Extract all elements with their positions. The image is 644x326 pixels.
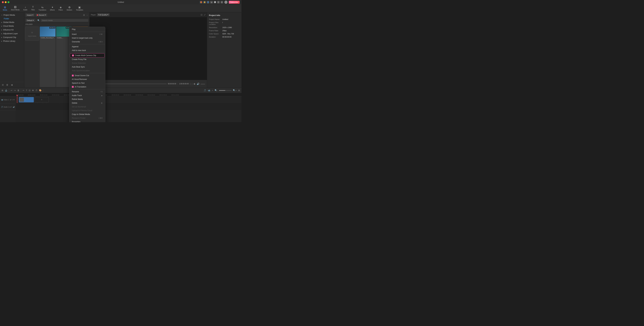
pan-icon[interactable]: ✥ [32, 89, 34, 92]
ctx-auto-beat[interactable]: Auto Beat Sync [69, 65, 105, 69]
audio-label: Audio [23, 9, 27, 11]
avatar[interactable] [224, 1, 228, 4]
stock-icon: 🖼 [14, 6, 16, 9]
search-input[interactable] [41, 19, 88, 22]
notifications-icon[interactable]: 🔔 [203, 1, 206, 3]
toolbar-effects[interactable]: ✦ Effects [48, 5, 56, 11]
color-icon[interactable]: 🎨 [39, 89, 42, 92]
toolbar-stock-media[interactable]: 🖼 Stock Media [9, 5, 21, 11]
track-controls-video[interactable]: ⊕ ✎ 👁 [10, 99, 15, 101]
add-audio-icon[interactable]: 🎵 [203, 89, 206, 92]
message-icon[interactable]: 💬 [214, 1, 216, 3]
text-icon[interactable]: T [26, 89, 28, 92]
grid-icon[interactable]: ⊞ [220, 1, 223, 3]
sidebar-item-adjustment-layer[interactable]: ▶ Adjustment Layer [0, 32, 24, 35]
ctx-insert-target[interactable]: Insert in target track only [69, 36, 105, 40]
sidebar-adjustment-label: Adjustment Layer [3, 32, 18, 35]
ctx-upload-filmora: Upload to Filmora Cloud [69, 109, 105, 112]
sidebar-item-global-media[interactable]: ▶ Global Media [0, 20, 24, 24]
close-button[interactable] [2, 1, 4, 3]
progress-bar[interactable] [105, 84, 167, 84]
add-track-icon[interactable]: + [212, 89, 213, 92]
gift-icon[interactable]: 🎁 [200, 1, 202, 3]
grid-view-icon[interactable]: ⊞ [238, 89, 240, 92]
ctx-properties-label: Properties [72, 121, 80, 122]
ctx-create-multicam[interactable]: ● Create Multi-Camera Clip [70, 53, 104, 57]
collapse-sidebar-icon[interactable]: ◀ [10, 83, 13, 86]
ctx-append[interactable]: Append [69, 45, 105, 48]
cut-icon[interactable]: ✂ [22, 89, 25, 92]
settings-icon[interactable]: ⚙ [217, 1, 220, 3]
link-icon[interactable]: ⚓ [4, 89, 8, 92]
out-point-icon[interactable]: ] [192, 83, 192, 85]
video-clip[interactable]: ... [19, 97, 34, 102]
drop-zone[interactable]: + [34, 97, 49, 102]
ctx-insert[interactable]: Insert ⇧⌘I [69, 32, 105, 36]
speed-icon[interactable]: ⏱ [35, 89, 38, 92]
import-media-placeholder[interactable]: + Import Media [25, 26, 39, 41]
ctx-overwrite[interactable]: Overwrite ⇧⌘O [69, 40, 105, 44]
sidebar-item-folder[interactable]: Folder [0, 17, 24, 20]
filter-icon[interactable]: ⚙ [83, 14, 85, 16]
ctx-play[interactable]: Play [69, 27, 105, 31]
toolbar-transitions[interactable]: ⇆ Transitions [37, 5, 48, 11]
subscribe-button[interactable]: Subscribe [229, 1, 240, 3]
quality-chevron: ▾ [108, 14, 108, 16]
ctx-auto-sync: Auto Synchronization [69, 69, 105, 73]
sidebar-item-photos-library[interactable]: ▶ Photos Library [0, 39, 24, 43]
arrow-icon-2: ▶ [1, 22, 2, 23]
sidebar-item-compound-clip[interactable]: ▶ Compound Clip [0, 35, 24, 39]
ctx-copy-global[interactable]: Copy to Global Media [69, 112, 105, 116]
zoom-out-icon[interactable]: 🔍- [214, 89, 218, 92]
minimize-button[interactable] [5, 1, 6, 3]
redo-icon[interactable]: ↪ [14, 89, 16, 92]
ctx-delete[interactable]: Delete 🗑 [69, 101, 105, 105]
thumb-time-0: 00:00:10 [49, 27, 55, 28]
new-folder-icon[interactable]: ⊞ [1, 83, 4, 86]
ctx-ai-vocal[interactable]: AI Vocal Remover [69, 77, 105, 81]
audio-icon[interactable]: 🔊 [197, 83, 199, 85]
ctx-properties[interactable]: Properties [69, 120, 105, 122]
more-options-icon[interactable]: ··· [86, 14, 88, 16]
toolbar-titles[interactable]: T Titles [30, 5, 36, 11]
toolbar-media[interactable]: ⊞ Media [1, 5, 9, 11]
ctx-create-proxy[interactable]: Create Proxy File [69, 57, 105, 61]
info-row-duration: Duration: 00:00:00:00 [209, 36, 240, 38]
default-view-button[interactable]: Default ▾ [26, 19, 35, 22]
snap-icon[interactable]: ⊞ [1, 89, 4, 92]
sidebar-item-influence-kit[interactable]: ▶ Influence Kit [0, 28, 24, 32]
fullscreen-icon[interactable]: ⤢ [204, 13, 206, 16]
ctx-smart-scene[interactable]: ● Smart Scene Cut [69, 74, 105, 77]
import-button[interactable]: Import ▾ [26, 13, 34, 16]
zoom-in-icon[interactable]: 🔍+ [232, 89, 237, 92]
toolbar-templates[interactable]: ▣ Templates [74, 5, 85, 11]
sidebar-item-cloud-media[interactable]: ▶ Cloud Media [0, 24, 24, 28]
cloud-icon[interactable]: ☁ [210, 1, 213, 3]
add-video-icon[interactable]: 📹 [208, 89, 210, 92]
ctx-rename[interactable]: Rename F2 [69, 90, 105, 94]
quality-button[interactable]: Full Quality ▾ [97, 13, 110, 16]
delete-icon[interactable]: 🗑 [17, 89, 20, 92]
toolbar-filters[interactable]: ◈ Filters [57, 5, 64, 11]
delete-folder-icon[interactable]: 🗑 [6, 83, 9, 86]
ctx-speech-text[interactable]: Speech-to-Text [69, 81, 105, 85]
record-button[interactable]: Record ▾ [36, 13, 47, 16]
in-point-icon[interactable]: [ [190, 83, 190, 85]
add-to-timeline-icon[interactable]: ⊕ [194, 83, 196, 85]
toolbar-audio[interactable]: ♪ Audio [22, 5, 29, 11]
ruler-tick-10: 00:00:55:00 [135, 94, 147, 96]
ctx-ai-translation[interactable]: ● AI Translation [69, 85, 105, 89]
maximize-button[interactable] [8, 1, 10, 3]
media-thumb-0[interactable]: 00:00:10 722866_Recording P... [40, 26, 56, 87]
account-icon[interactable]: 👤 [207, 1, 209, 3]
track-controls-audio[interactable]: ⊕ ✎ 🔊 [10, 106, 15, 108]
crop-tl-icon[interactable]: ⊡ [28, 89, 31, 92]
ctx-audio-track[interactable]: Audio Track ▶ [69, 94, 105, 97]
crop-icon[interactable]: ⊡ [200, 13, 202, 16]
volume-slider[interactable]: —— [200, 83, 205, 85]
undo-icon[interactable]: ↩ [10, 89, 13, 92]
sidebar-item-project-media[interactable]: ▼ Project Media [0, 13, 24, 17]
toolbar-stickers[interactable]: ✿ Stickers [65, 5, 74, 11]
ctx-add-new-track[interactable]: Add to new track [69, 48, 105, 52]
ctx-relink[interactable]: Relink Media [69, 97, 105, 101]
